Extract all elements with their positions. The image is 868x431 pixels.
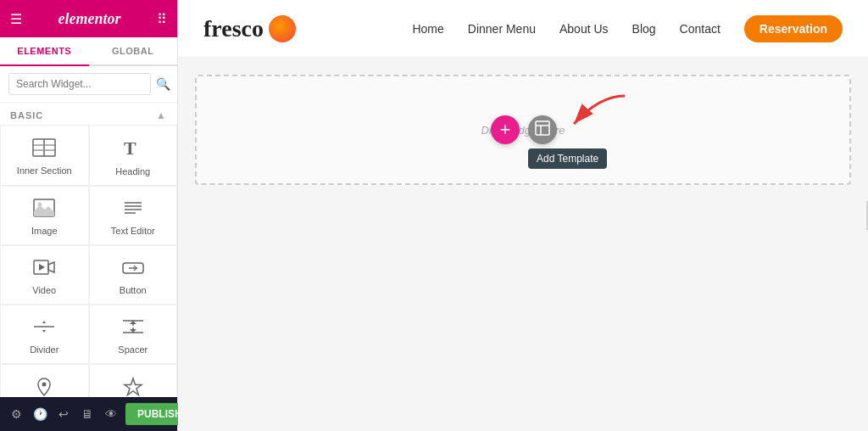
widget-image[interactable]: Image xyxy=(0,186,89,245)
undo-icon[interactable]: ↩ xyxy=(54,407,73,421)
widgets-grid: Inner Section T Heading Image xyxy=(0,125,177,397)
site-nav: fresco Home Dinner Menu About Us Blog Co… xyxy=(178,0,868,58)
widget-divider[interactable]: Divider xyxy=(0,305,89,364)
nav-contact[interactable]: Contact xyxy=(680,22,721,36)
widget-spacer-label: Spacer xyxy=(118,344,147,355)
widget-inner-section[interactable]: Inner Section xyxy=(0,125,89,186)
section-collapse-icon[interactable]: ▲ xyxy=(156,109,167,121)
drop-zone[interactable]: Drag widget here + Add Template xyxy=(195,75,851,185)
hamburger-icon[interactable]: ☰ xyxy=(10,11,22,27)
canvas-area: Drag widget here + Add Template xyxy=(178,58,868,431)
nav-home[interactable]: Home xyxy=(412,22,443,36)
widget-video[interactable]: Video xyxy=(0,245,89,305)
add-template-tooltip: Add Template xyxy=(528,148,607,169)
widget-icon[interactable]: Icon xyxy=(89,364,178,397)
nav-links: Home Dinner Menu About Us Blog Contact R… xyxy=(412,15,843,42)
tab-elements[interactable]: ELEMENTS xyxy=(0,37,89,66)
widget-heading-label: Heading xyxy=(115,166,150,176)
arrow-annotation xyxy=(557,92,633,146)
search-input[interactable] xyxy=(8,73,151,95)
tab-global[interactable]: GLOBAL xyxy=(89,37,178,64)
video-icon xyxy=(33,258,55,280)
inner-section-icon xyxy=(32,138,56,160)
main-content: fresco Home Dinner Menu About Us Blog Co… xyxy=(178,0,868,431)
reservation-button[interactable]: Reservation xyxy=(744,15,843,42)
widget-video-label: Video xyxy=(32,285,56,295)
history-icon[interactable]: 🕐 xyxy=(31,407,49,421)
map-icon xyxy=(33,377,55,397)
image-icon xyxy=(33,199,55,221)
bottom-toolbar: ⚙ 🕐 ↩ 🖥 👁 PUBLISH ▲ xyxy=(0,397,177,431)
icon-icon xyxy=(122,377,144,397)
panel-header: ☰ elementor ⠿ xyxy=(0,0,177,37)
widget-text-editor-label: Text Editor xyxy=(111,226,155,236)
logo-text: fresco xyxy=(203,15,264,42)
section-label: BASIC ▲ xyxy=(0,103,177,125)
heading-icon: T xyxy=(122,137,144,161)
widget-text-editor[interactable]: Text Editor xyxy=(89,186,178,245)
logo-icon xyxy=(269,15,296,42)
svg-marker-8 xyxy=(34,205,54,216)
svg-point-9 xyxy=(38,203,42,207)
divider-icon xyxy=(33,317,55,339)
widget-google-maps[interactable]: Google Maps xyxy=(0,364,89,397)
eye-icon[interactable]: 👁 xyxy=(102,407,120,421)
left-panel: ☰ elementor ⠿ ELEMENTS GLOBAL 🔍 BASIC ▲ xyxy=(0,0,178,431)
widget-divider-label: Divider xyxy=(30,344,58,355)
panel-tabs: ELEMENTS GLOBAL xyxy=(0,37,177,66)
add-content-button[interactable]: + xyxy=(491,115,520,144)
svg-marker-21 xyxy=(42,330,46,333)
widget-spacer[interactable]: Spacer xyxy=(89,305,178,364)
widget-inner-section-label: Inner Section xyxy=(17,165,72,176)
svg-point-27 xyxy=(42,383,47,387)
desktop-icon[interactable]: 🖥 xyxy=(78,407,97,421)
search-icon[interactable]: 🔍 xyxy=(156,77,170,91)
add-template-button[interactable] xyxy=(528,115,557,144)
template-icon xyxy=(535,120,550,139)
widget-heading[interactable]: T Heading xyxy=(89,125,178,186)
widget-button-label: Button xyxy=(120,285,147,295)
grid-icon[interactable]: ⠿ xyxy=(157,11,167,27)
search-bar: 🔍 xyxy=(0,66,177,103)
svg-marker-16 xyxy=(39,264,45,271)
button-icon xyxy=(121,258,145,280)
widget-button[interactable]: Button xyxy=(89,245,178,305)
svg-marker-28 xyxy=(125,378,142,395)
nav-blog[interactable]: Blog xyxy=(632,22,656,36)
nav-dinner-menu[interactable]: Dinner Menu xyxy=(468,22,536,36)
plus-icon: + xyxy=(500,120,511,139)
widget-image-label: Image xyxy=(31,226,58,236)
svg-rect-29 xyxy=(536,121,549,135)
spacer-icon xyxy=(122,317,144,339)
svg-marker-20 xyxy=(42,321,46,323)
text-editor-icon xyxy=(122,199,144,221)
nav-about-us[interactable]: About Us xyxy=(559,22,609,36)
site-logo: fresco xyxy=(203,15,296,42)
toolbar-icons: ⚙ 🕐 ↩ 🖥 👁 xyxy=(7,407,120,421)
svg-text:T: T xyxy=(124,137,136,158)
elementor-logo: elementor xyxy=(58,10,121,28)
svg-marker-15 xyxy=(48,262,54,272)
settings-icon[interactable]: ⚙ xyxy=(7,407,25,421)
